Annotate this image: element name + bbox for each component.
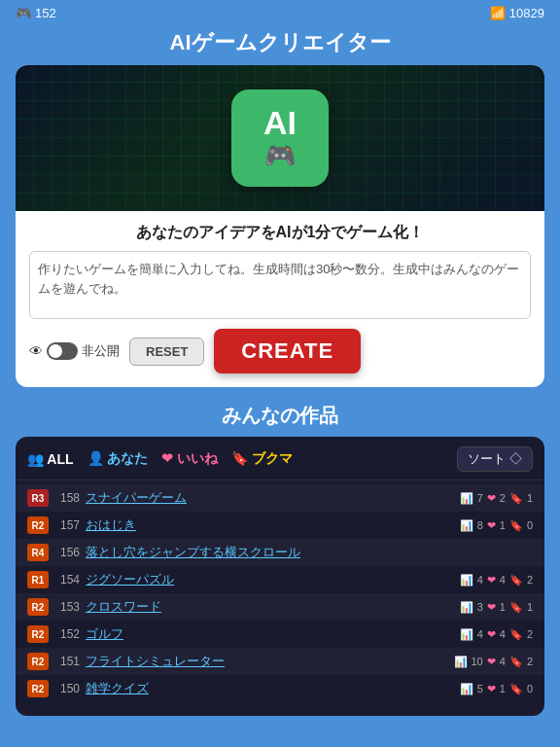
game-icon: 🎮 <box>16 6 31 20</box>
game-number: 151 <box>54 655 80 668</box>
game-number: 158 <box>54 491 80 505</box>
list-item: R2 152 ゴルフ 📊4 ❤4 🔖2 <box>16 621 544 648</box>
game-count: 152 <box>35 6 56 20</box>
bar-icon: 📊 <box>454 656 468 668</box>
bookmark-icon: 🔖 <box>509 656 523 668</box>
hero-card: AI 🎮 あなたのアイデアをAIが1分でゲーム化！ 作りたいゲームを簡単に入力し… <box>16 65 544 387</box>
tab-bookmarked[interactable]: 🔖 ブクマ <box>231 450 293 468</box>
game-list: R3 158 スナイパーゲーム 📊7 ❤2 🔖1 R2 157 おはじき 📊8 … <box>16 480 544 706</box>
list-item: R2 157 おはじき 📊8 ❤1 🔖0 <box>16 512 544 539</box>
ai-logo-box: AI 🎮 <box>231 89 329 187</box>
game-title[interactable]: 雑学クイズ <box>86 680 454 697</box>
bookmark-icon: 🔖 <box>509 601 523 614</box>
game-number: 150 <box>54 682 80 695</box>
game-title[interactable]: フライトシミュレーター <box>86 653 448 670</box>
rank-badge: R2 <box>27 516 49 534</box>
list-item: R4 156 落とし穴をジャンプする横スクロール <box>16 539 544 566</box>
bookmark-icon: 🔖 <box>509 492 523 505</box>
game-stats: 📊5 ❤1 🔖0 <box>460 683 533 695</box>
controller-icon: 🎮 <box>264 141 296 171</box>
bar-icon: 📊 <box>460 574 473 587</box>
page-title: AIゲームクリエイター <box>0 26 560 65</box>
game-title[interactable]: ゴルフ <box>86 625 454 643</box>
bar-icon: 📊 <box>460 628 473 641</box>
bookmark-icon: 🔖 <box>509 574 523 587</box>
rank-badge: R2 <box>27 680 49 697</box>
private-toggle[interactable]: 👁 非公開 <box>29 342 120 360</box>
section-title: みんなの作品 <box>0 399 560 437</box>
game-stats: 📊4 ❤4 🔖2 <box>460 574 533 587</box>
game-number: 153 <box>54 600 80 614</box>
hero-subtitle: あなたのアイデアをAIが1分でゲーム化！ <box>16 211 544 251</box>
game-number: 154 <box>54 573 80 587</box>
game-title[interactable]: スナイパーゲーム <box>86 489 454 507</box>
game-stats: 📊8 ❤1 🔖0 <box>460 519 533 532</box>
game-number: 152 <box>54 627 80 641</box>
list-item: R1 154 ジグソーパズル 📊4 ❤4 🔖2 <box>16 566 544 593</box>
heart-icon: ❤ <box>487 492 496 505</box>
rank-badge: R4 <box>27 544 49 561</box>
bookmark-icon: 🔖 <box>509 683 523 695</box>
game-title[interactable]: ジグソーパズル <box>86 571 454 588</box>
bookmark-icon: 🔖 <box>509 519 523 532</box>
private-label: 非公開 <box>82 342 120 360</box>
status-bar: 🎮 152 📶 10829 <box>0 0 560 26</box>
bar-icon: 📊 <box>460 519 473 532</box>
heart-icon: ❤ <box>487 519 496 532</box>
list-item: R2 150 雑学クイズ 📊5 ❤1 🔖0 <box>16 675 544 702</box>
heart-icon: ❤ <box>487 656 496 668</box>
list-item: R3 158 スナイパーゲーム 📊7 ❤2 🔖1 <box>16 484 544 512</box>
sort-button[interactable]: ソート ◇ <box>457 446 533 472</box>
heart-icon: ❤ <box>487 683 496 695</box>
filter-tabs: 👥 ALL 👤 あなた ❤ いいね 🔖 ブクマ ソート ◇ <box>16 446 544 480</box>
bar-icon: 📊 <box>460 601 473 614</box>
signal-icon: 📶 <box>490 6 506 20</box>
reset-button[interactable]: RESET <box>129 338 204 366</box>
game-number: 157 <box>54 518 80 532</box>
game-stats: 📊7 ❤2 🔖1 <box>460 492 533 505</box>
toggle-knob <box>49 344 62 358</box>
rank-badge: R2 <box>27 598 49 616</box>
rank-badge: R1 <box>27 571 49 588</box>
game-stats: 📊3 ❤1 🔖1 <box>460 601 533 614</box>
list-item: R2 151 フライトシミュレーター 📊10 ❤4 🔖2 <box>16 648 544 675</box>
bar-icon: 📊 <box>460 492 473 505</box>
bar-icon: 📊 <box>460 683 473 695</box>
game-title[interactable]: 落とし穴をジャンプする横スクロール <box>86 544 533 561</box>
heart-icon: ❤ <box>487 628 496 641</box>
heart-icon: ❤ <box>487 601 496 614</box>
rank-badge: R2 <box>27 653 49 670</box>
game-idea-input[interactable]: 作りたいゲームを簡単に入力してね。生成時間は30秒〜数分。生成中はみんなのゲーム… <box>29 251 531 319</box>
tab-liked[interactable]: ❤ いいね <box>161 450 218 468</box>
game-stats: 📊10 ❤4 🔖2 <box>454 656 534 668</box>
tab-yours[interactable]: 👤 あなた <box>88 450 149 468</box>
game-stats: 📊4 ❤4 🔖2 <box>460 628 533 641</box>
ai-logo-text: AI <box>263 106 297 139</box>
bookmark-icon: 🔖 <box>509 628 523 641</box>
action-bar: 👁 非公開 RESET CREATE <box>16 329 544 374</box>
status-left: 🎮 152 <box>16 6 56 20</box>
rank-badge: R3 <box>27 489 49 507</box>
game-title[interactable]: クロスワード <box>86 598 454 616</box>
status-right: 📶 10829 <box>490 6 544 20</box>
heart-icon: ❤ <box>487 574 496 587</box>
game-number: 156 <box>54 546 80 559</box>
toggle-switch[interactable] <box>47 342 78 360</box>
create-button[interactable]: CREATE <box>214 329 361 374</box>
list-item: R2 153 クロスワード 📊3 ❤1 🔖1 <box>16 593 544 621</box>
signal-value: 10829 <box>509 6 544 20</box>
hero-banner: AI 🎮 <box>16 65 544 211</box>
rank-badge: R2 <box>27 625 49 643</box>
eye-icon: 👁 <box>29 343 43 359</box>
community-card: 👥 ALL 👤 あなた ❤ いいね 🔖 ブクマ ソート ◇ R3 158 スナイ… <box>16 437 544 716</box>
tab-all[interactable]: 👥 ALL <box>27 451 74 467</box>
game-title[interactable]: おはじき <box>86 516 454 534</box>
